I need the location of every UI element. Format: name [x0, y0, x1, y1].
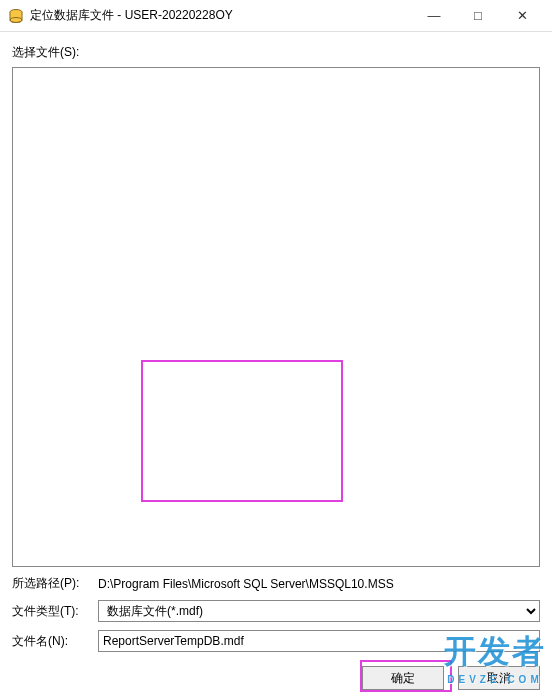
annotation-highlight-data [141, 360, 343, 502]
tree-view[interactable] [12, 67, 540, 567]
button-row: 确定 取消 [0, 660, 552, 699]
maximize-button[interactable]: □ [456, 1, 500, 31]
filename-label: 文件名(N): [12, 633, 98, 650]
filetype-label: 文件类型(T): [12, 603, 98, 620]
ok-button[interactable]: 确定 [362, 666, 444, 690]
filetype-select[interactable]: 数据库文件(*.mdf) [98, 600, 540, 622]
path-value: D:\Program Files\Microsoft SQL Server\MS… [98, 577, 540, 591]
path-label: 所选路径(P): [12, 575, 98, 592]
db-icon [8, 8, 24, 24]
cancel-button[interactable]: 取消 [458, 666, 540, 690]
minimize-button[interactable]: — [412, 1, 456, 31]
close-button[interactable]: ✕ [500, 1, 544, 31]
select-file-label: 选择文件(S): [12, 44, 540, 61]
filename-input[interactable] [98, 630, 540, 652]
titlebar: 定位数据库文件 - USER-20220228OY — □ ✕ [0, 0, 552, 32]
window-title: 定位数据库文件 - USER-20220228OY [30, 7, 412, 24]
form-area: 所选路径(P): D:\Program Files\Microsoft SQL … [0, 567, 552, 652]
window-buttons: — □ ✕ [412, 1, 544, 31]
